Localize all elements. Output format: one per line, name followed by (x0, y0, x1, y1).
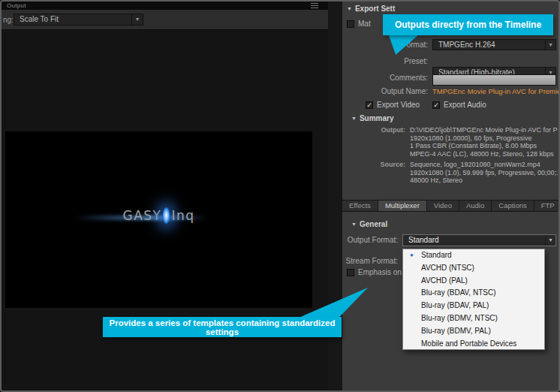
comments-input[interactable] (432, 74, 556, 86)
output-name-label: Output Name: (342, 86, 428, 97)
summary-source-line: 1920x1080 (1.0), 59.999 fps, Progressive… (410, 169, 558, 177)
tab-effects[interactable]: Effects (342, 201, 378, 211)
summary-output-lines: D:\VIDEO\job\TMPGEnc Movie Plug-in AVC f… (410, 126, 558, 158)
format-label: Format: (342, 39, 428, 50)
output-tab-label[interactable]: Output (7, 2, 26, 9)
emphasis-checkbox[interactable] (347, 269, 354, 276)
logo-text-right: Inq (171, 208, 194, 223)
callout-templates: Provides a series of templates containin… (103, 317, 342, 337)
comments-label: Comments: (342, 72, 428, 83)
export-settings-header[interactable]: ▼Export Sett (347, 5, 395, 13)
output-format-label: Output Format: (342, 234, 398, 246)
match-sequence-checkbox[interactable] (347, 20, 354, 28)
logo-text-left: GASY (122, 208, 161, 223)
output-format-combo[interactable]: Standard ▾ (402, 234, 556, 246)
menu-item-label: Blu-ray (BDAV, PAL) (421, 301, 489, 309)
menu-item[interactable]: AVCHD (PAL) (403, 275, 544, 288)
output-format-dropdown-menu: ● Standard AVCHD (NTSC) AVCHD (PAL) Blu-… (402, 249, 545, 350)
output-format-value: Standard (408, 236, 439, 244)
scaling-label: ng: (3, 16, 14, 24)
menu-item-label: AVCHD (NTSC) (421, 264, 474, 272)
disclosure-triangle-icon: ▼ (351, 222, 357, 227)
logo-glow-orb (162, 207, 170, 225)
tab-ftp[interactable]: FTP (534, 201, 560, 211)
summary-output-line: D:\VIDEO\job\TMPGEnc Movie Plug-in AVC f… (410, 126, 558, 134)
tab-audio[interactable]: Audio (459, 201, 492, 211)
general-title: General (360, 220, 387, 228)
scale-to-fit-dropdown[interactable]: Scale To Fit ▾ (14, 14, 143, 26)
video-logo: GASY Inq (5, 207, 312, 225)
output-panel-header: Output (2, 2, 328, 10)
tab-multiplexer[interactable]: Multiplexer (378, 201, 427, 211)
chevron-down-icon: ▾ (545, 40, 555, 50)
menu-item-label: Blu-ray (BDMV, NTSC) (421, 314, 498, 322)
summary-section-header[interactable]: ▼Summary (351, 114, 394, 122)
tab-video[interactable]: Video (427, 201, 459, 211)
summary-output-line: 1 Pass CBR (Constant Bitrate), 8.00 Mbps (410, 142, 558, 150)
preset-label: Preset: (342, 56, 428, 67)
chevron-down-icon: ▾ (545, 235, 555, 246)
tab-captions[interactable]: Captions (492, 201, 534, 211)
export-audio-group[interactable]: ✓ Export Audio (432, 101, 486, 109)
summary-source-line: 48000 Hz, Stereo (410, 176, 558, 185)
export-video-group[interactable]: ✓ Export Video (366, 101, 420, 109)
export-video-checkbox[interactable]: ✓ (366, 101, 373, 109)
match-sequence-label: Mat (358, 20, 371, 28)
menu-item[interactable]: Mobile and Portable Devices (403, 338, 544, 351)
disclosure-triangle-icon: ▼ (351, 116, 357, 121)
menu-item[interactable]: Blu-ray (BDMV, NTSC) (403, 312, 544, 325)
summary-source-lines: Sequence, logo_19201080_nonWarn2.mp4 192… (410, 161, 558, 185)
video-frame: GASY Inq (5, 131, 312, 308)
menu-item-label: Blu-ray (BDMV, PAL) (421, 327, 491, 335)
selected-bullet-icon: ● (410, 249, 414, 262)
summary-title: Summary (360, 114, 394, 122)
summary-output-label: Output: (342, 126, 405, 134)
menu-item[interactable]: ● Standard (403, 249, 544, 262)
summary-source-line: Sequence, logo_19201080_nonWarn2.mp4 (410, 161, 558, 169)
export-settings-panel: ▼Export Sett Mat Format: TMPGEnc H.264 ▾… (342, 2, 558, 390)
stream-format-label: Stream Format: (342, 257, 398, 265)
emphasis-label: Emphasis on p (358, 268, 408, 276)
menu-item[interactable]: Blu-ray (BDAV, NTSC) (403, 287, 544, 300)
menu-item[interactable]: AVCHD (NTSC) (403, 262, 544, 275)
menu-item-label: Mobile and Portable Devices (421, 339, 516, 348)
export-audio-checkbox[interactable]: ✓ (432, 101, 440, 109)
format-dropdown[interactable]: TMPGEnc H.264 ▾ (432, 39, 556, 50)
preview-toolbar: ng: Scale To Fit ▾ (2, 10, 328, 30)
summary-output-line: 1920x1080 (1.0000), 60 fps, Progressive (410, 134, 558, 143)
callout-timeline-text: Outputs directly from the Timeline (395, 20, 541, 30)
export-settings-title: Export Sett (355, 5, 395, 13)
callout-templates-text: Provides a series of templates containin… (103, 318, 342, 336)
format-value: TMPGEnc H.264 (438, 41, 495, 49)
settings-tab-bar: Effects Multiplexer Video Audio Captions… (342, 200, 558, 212)
summary-source-label: Source: (342, 161, 405, 168)
app-window: Output ng: Scale To Fit ▾ GASY Inq ▼Ex (0, 0, 560, 392)
scale-dropdown-value: Scale To Fit (20, 15, 59, 23)
menu-item-label: Blu-ray (BDAV, NTSC) (421, 288, 495, 297)
output-name-link[interactable]: TMPGEnc Movie Plug-in AVC for Premiere (432, 86, 558, 97)
callout-timeline: Outputs directly from the Timeline (383, 14, 553, 35)
menu-item[interactable]: Blu-ray (BDAV, PAL) (403, 300, 544, 312)
chevron-down-icon: ▾ (131, 14, 143, 25)
general-section-header[interactable]: ▼General (351, 220, 387, 228)
export-audio-label: Export Audio (444, 101, 486, 109)
panel-menu-icon[interactable] (311, 3, 318, 8)
menu-item[interactable]: Blu-ray (BDMV, PAL) (403, 325, 544, 338)
disclosure-triangle-icon: ▼ (347, 6, 352, 11)
export-video-label: Export Video (377, 101, 420, 109)
summary-output-line: MPEG-4 AAC (LC), 48000 Hz, Stereo, 128 k… (410, 150, 558, 158)
menu-item-label: AVCHD (PAL) (421, 276, 468, 285)
menu-item-label: Standard (421, 251, 452, 259)
